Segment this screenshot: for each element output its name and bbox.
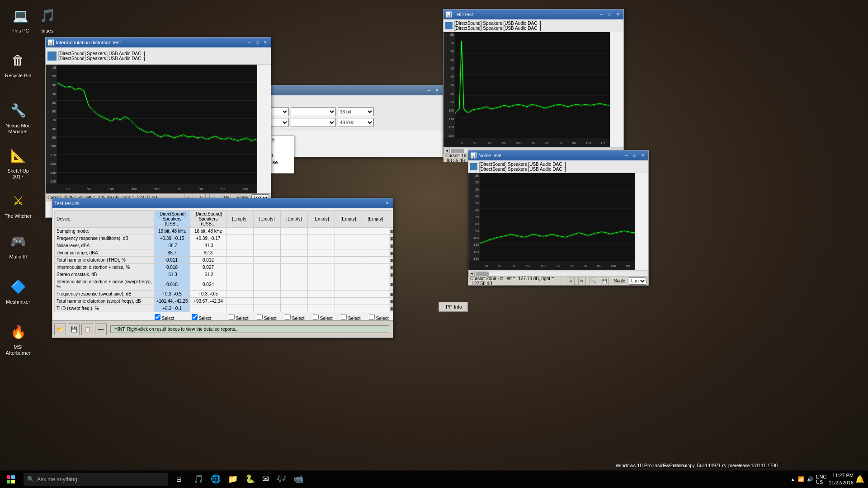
- thd-close[interactable]: ✕: [614, 11, 622, 18]
- taskbar-app-mail[interactable]: ✉: [259, 470, 273, 488]
- col-header-8[interactable]: [Empty]: [362, 211, 389, 228]
- row-sampling-v1[interactable]: 16 bit, 48 kHz: [154, 228, 190, 235]
- select-check-4[interactable]: Select: [257, 314, 284, 320]
- chart-btn-3[interactable]: ▦: [389, 249, 393, 257]
- thd-minimize[interactable]: ─: [598, 11, 605, 18]
- chart-btn-2[interactable]: ▦: [389, 242, 393, 249]
- chart-btn-6[interactable]: ▦: [389, 271, 393, 278]
- thd-titlebar[interactable]: 📊 THD test ─ □ ✕: [443, 9, 623, 19]
- audio-analyzer-close[interactable]: ✕: [434, 87, 441, 94]
- notification-btn[interactable]: 🔔: [855, 475, 864, 483]
- chart-btn-10[interactable]: ▦: [389, 305, 393, 312]
- select-check-6[interactable]: Select: [313, 314, 340, 320]
- task-view-button[interactable]: ⊟: [170, 470, 188, 488]
- select-check-2[interactable]: Select: [192, 314, 228, 320]
- noise-scrollthumb[interactable]: [476, 272, 489, 276]
- row-imd-v1[interactable]: 0.018: [154, 264, 190, 271]
- row-noise-v1[interactable]: -88.7: [154, 242, 190, 249]
- results-open-btn[interactable]: 📂: [54, 324, 66, 335]
- taskbar-app-file[interactable]: 📁: [224, 470, 241, 488]
- start-button[interactable]: [0, 470, 22, 488]
- desktop-icon-mafia[interactable]: 🎮 Mafia III: [2, 230, 34, 260]
- thd-maximize[interactable]: □: [606, 11, 613, 18]
- row-sampling-v2[interactable]: 16 bit, 48 kHz: [190, 228, 226, 235]
- col-header-4[interactable]: [Empty]: [254, 211, 281, 228]
- chart-btn-9[interactable]: ▦: [389, 298, 393, 305]
- col-header-2[interactable]: [DirectSound]Speakers (USB...: [190, 211, 226, 228]
- taskbar-app-media[interactable]: 📹: [290, 470, 307, 488]
- select-check-5[interactable]: Select: [285, 314, 312, 320]
- desktop-icon-nexus-mod[interactable]: 🔧 Nexus Mod Manager: [2, 99, 34, 135]
- chart-btn-0[interactable]: ▦: [389, 228, 393, 235]
- audio-analyzer-rec-channel-select[interactable]: [291, 118, 336, 127]
- imd-close[interactable]: ✕: [262, 39, 269, 46]
- select-check-8[interactable]: Select: [369, 314, 393, 320]
- select-check-1[interactable]: Select: [155, 314, 191, 320]
- row-thd-v2[interactable]: 0.012: [190, 257, 226, 264]
- chart-btn-4[interactable]: ▦: [389, 257, 393, 264]
- row-freqsine-v2[interactable]: +0.3, -0.5: [190, 291, 226, 298]
- row-thd-swept-v1[interactable]: +101.44, -42.25: [154, 298, 190, 305]
- noise-close[interactable]: ✕: [639, 152, 646, 159]
- row-imd-v2[interactable]: 0.027: [190, 264, 226, 271]
- taskbar-app-music[interactable]: 🎶: [273, 470, 290, 488]
- noise-maximize[interactable]: □: [631, 152, 638, 159]
- col-header-3[interactable]: [Empty]: [226, 211, 254, 228]
- row-thd-swept-v2[interactable]: +93.67, -42.34: [190, 298, 226, 305]
- row-noise-v2[interactable]: -81.3: [190, 242, 226, 249]
- select-check-3[interactable]: Select: [229, 314, 256, 320]
- desktop-icon-meshmixer[interactable]: 🔷 Meshmixer: [2, 276, 34, 305]
- test-results-close[interactable]: ✕: [384, 200, 391, 206]
- imd-maximize[interactable]: □: [254, 39, 261, 46]
- noise-minimize[interactable]: ─: [623, 152, 630, 159]
- tray-expand[interactable]: ▲: [790, 477, 795, 482]
- select-check-7[interactable]: Select: [341, 314, 368, 320]
- imd-titlebar[interactable]: 📊 Intermodulation distortion test ─ □ ✕: [46, 38, 271, 47]
- col-header-6[interactable]: [Empty]: [308, 211, 335, 228]
- audio-analyzer-channel-select[interactable]: [291, 107, 336, 116]
- desktop-icon-msi[interactable]: 🔥 MSI Afterburner: [2, 321, 34, 356]
- row-thd-swept-pct-v2[interactable]: [190, 305, 226, 312]
- col-header-7[interactable]: [Empty]: [335, 211, 362, 228]
- results-copy-btn[interactable]: 📋: [81, 324, 93, 335]
- row-freq-resp-v2[interactable]: +0.39, -0.17: [190, 235, 226, 242]
- row-dynrange-v1[interactable]: 88.7: [154, 249, 190, 257]
- row-thd-swept-pct-v1[interactable]: +0.2, -0.1: [154, 305, 190, 312]
- noise-save-btn[interactable]: 💾: [601, 277, 609, 285]
- test-results-titlebar[interactable]: Test results ✕: [52, 198, 393, 208]
- desktop-icon-sketchup[interactable]: 📐 SketchUp 2017: [2, 145, 34, 180]
- audio-analyzer-bitdepth-select[interactable]: 16 bit: [338, 107, 374, 116]
- desktop-icon-recycle-bin[interactable]: 🗑 Recycle Bin: [2, 49, 34, 79]
- audio-analyzer-minimize[interactable]: ─: [425, 87, 433, 94]
- taskbar-app-edge[interactable]: 🌐: [207, 470, 224, 488]
- thd-scrollthumb[interactable]: [451, 149, 464, 153]
- row-xtalk-v2[interactable]: -61.2: [190, 271, 226, 278]
- noise-titlebar[interactable]: 📊 Noise level ─ □ ✕: [468, 150, 648, 160]
- col-header-1[interactable]: [DirectSound]Speakers (USB...: [154, 211, 190, 228]
- row-thd-v1[interactable]: 0.011: [154, 257, 190, 264]
- row-imd-swept-v1[interactable]: 0.018: [154, 278, 190, 291]
- col-header-5[interactable]: [Empty]: [281, 211, 308, 228]
- noise-text-btn[interactable]: A: [567, 277, 575, 285]
- chart-btn-7[interactable]: ▦: [389, 278, 393, 291]
- noise-scale-select[interactable]: Log: [629, 277, 646, 285]
- row-imd-swept-v2[interactable]: 0.024: [190, 278, 226, 291]
- desktop-icon-witcher[interactable]: ⚔ The Witcher: [2, 190, 34, 219]
- row-freq-resp-v1[interactable]: +0.39, -0.15: [154, 235, 190, 242]
- results-save-btn[interactable]: 💾: [68, 324, 80, 335]
- imd-minimize[interactable]: ─: [245, 39, 253, 46]
- desktop-icon-blues[interactable]: 🎵 blues: [32, 5, 63, 34]
- chart-btn-1[interactable]: ▦: [389, 235, 393, 242]
- chart-btn-5[interactable]: ▦: [389, 264, 393, 271]
- row-freqsine-v1[interactable]: +0.3, -0.5: [154, 291, 190, 298]
- noise-search-btn[interactable]: 🔍: [590, 277, 597, 285]
- results-minus-btn[interactable]: —: [95, 324, 107, 335]
- audio-analyzer-samplerate-select[interactable]: 48 kHz: [338, 118, 374, 127]
- search-input[interactable]: [37, 476, 165, 483]
- noise-loop-btn[interactable]: ↻: [578, 277, 586, 285]
- chart-btn-8[interactable]: ▦: [389, 291, 393, 298]
- row-dynrange-v2[interactable]: 82.3: [190, 249, 226, 257]
- row-xtalk-v1[interactable]: -61.3: [154, 271, 190, 278]
- ipp-info-button[interactable]: IPP Info: [439, 302, 468, 312]
- taskbar-app-ce[interactable]: 🎵: [190, 470, 207, 488]
